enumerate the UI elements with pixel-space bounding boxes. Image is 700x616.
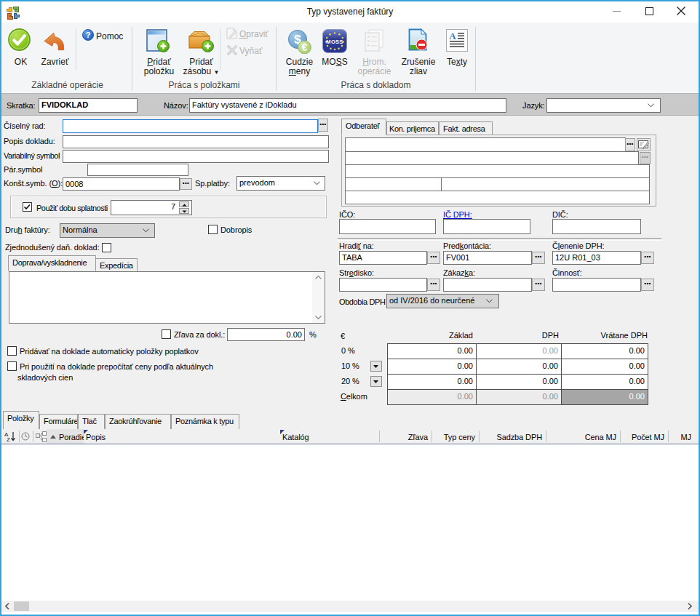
svg-text:Z: Z [7,436,10,442]
